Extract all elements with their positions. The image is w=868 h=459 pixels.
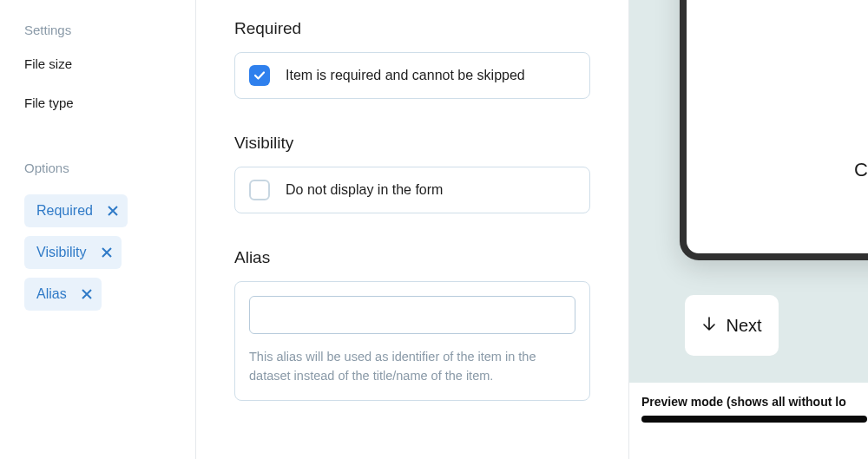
next-button-label: Next — [726, 316, 761, 336]
required-label: Item is required and cannot be skipped — [286, 68, 525, 83]
sidebar: Settings File size File type Options Req… — [0, 0, 195, 459]
alias-help-text: This alias will be used as identifier of… — [249, 348, 575, 386]
options-heading: Options — [24, 161, 176, 175]
option-chip-label: Visibility — [36, 245, 87, 260]
close-icon[interactable] — [81, 288, 93, 300]
section-title-visibility: Visibility — [234, 134, 590, 153]
option-chip-required[interactable]: Required — [24, 194, 128, 227]
required-option-box: Item is required and cannot be skipped — [234, 52, 590, 99]
required-checkbox[interactable] — [249, 65, 270, 86]
section-title-alias: Alias — [234, 248, 590, 267]
progress-bar[interactable] — [641, 416, 867, 423]
truncated-text: C — [854, 159, 868, 181]
sidebar-item-file-type[interactable]: File type — [24, 95, 176, 110]
option-chip-label: Required — [36, 203, 93, 219]
close-icon[interactable] — [101, 246, 113, 259]
option-chip-alias[interactable]: Alias — [24, 278, 102, 311]
form-column: Required Item is required and cannot be … — [195, 0, 629, 459]
preview-mode-label: Preview mode (shows all without lo — [641, 395, 868, 409]
close-icon[interactable] — [107, 205, 119, 217]
arrow-down-icon — [701, 316, 717, 336]
sidebar-item-file-size[interactable]: File size — [24, 56, 176, 71]
visibility-checkbox[interactable] — [249, 180, 270, 200]
visibility-label: Do not display in the form — [286, 182, 443, 198]
section-title-required: Required — [234, 19, 590, 38]
option-chip-label: Alias — [36, 286, 67, 302]
settings-heading: Settings — [24, 23, 176, 37]
preview-footer: Preview mode (shows all without lo — [629, 382, 868, 459]
option-chip-visibility[interactable]: Visibility — [24, 236, 122, 269]
alias-input[interactable] — [249, 296, 575, 334]
alias-option-box: This alias will be used as identifier of… — [234, 281, 590, 401]
next-button[interactable]: Next — [685, 295, 779, 356]
visibility-option-box: Do not display in the form — [234, 167, 590, 213]
device-frame — [680, 0, 868, 260]
